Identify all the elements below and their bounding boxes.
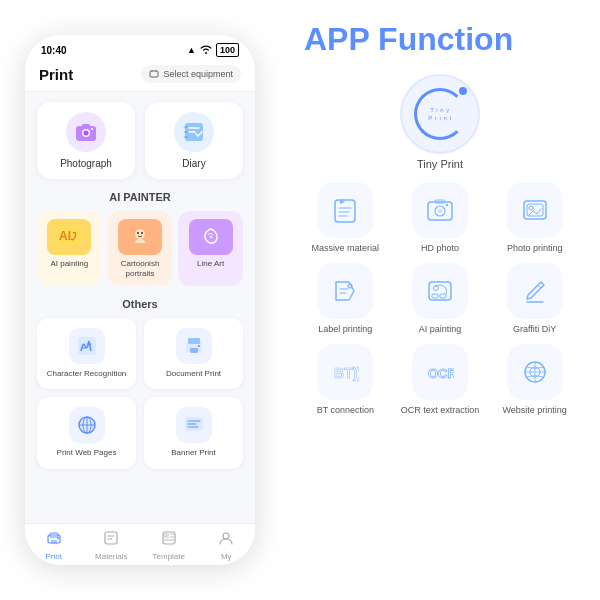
feature-hd-photo[interactable]: HD photo bbox=[399, 182, 482, 255]
char-recognition-label: Character Recognition bbox=[47, 369, 127, 379]
logo-dot bbox=[459, 87, 467, 95]
feature-label-printing[interactable]: Label printing bbox=[304, 263, 387, 336]
svg-point-33 bbox=[223, 533, 229, 539]
svg-point-42 bbox=[529, 206, 533, 210]
feature-bt-connection[interactable]: BT)) BT connection bbox=[304, 344, 387, 417]
diary-label: Diary bbox=[182, 158, 205, 169]
features-grid: Massive material HD photo bbox=[304, 182, 576, 416]
logo-container: T i n yP r i n t Tiny Print bbox=[304, 74, 576, 170]
ai-painter-title: AI PAINTER bbox=[37, 191, 243, 203]
quick-action-diary[interactable]: Diary bbox=[145, 102, 243, 179]
svg-rect-4 bbox=[82, 124, 90, 127]
nav-my-icon bbox=[218, 530, 234, 550]
svg-point-26 bbox=[57, 537, 59, 539]
feature-photo-printing[interactable]: Photo printing bbox=[493, 182, 576, 255]
print-web-icon bbox=[69, 407, 105, 443]
nav-my[interactable]: My bbox=[198, 530, 256, 561]
quick-actions: Photograph Diary bbox=[37, 102, 243, 179]
nav-materials-icon bbox=[103, 530, 119, 550]
other-char-recognition[interactable]: Character Recognition bbox=[37, 318, 136, 389]
svg-rect-18 bbox=[190, 348, 198, 353]
nav-print-icon bbox=[46, 530, 62, 550]
tiny-print-circle: T i n yP r i n t bbox=[414, 88, 466, 140]
photograph-icon bbox=[66, 112, 106, 152]
ai-painting-feat-label: AI painting bbox=[419, 324, 462, 336]
feature-ai-painting[interactable]: AI painting bbox=[399, 263, 482, 336]
photo-printing-label: Photo printing bbox=[507, 243, 563, 255]
svg-rect-0 bbox=[150, 71, 158, 77]
tiny-print-logo: T i n yP r i n t bbox=[400, 74, 480, 154]
diary-icon bbox=[174, 112, 214, 152]
svg-point-14 bbox=[209, 236, 212, 239]
svg-point-11 bbox=[137, 232, 139, 234]
char-recognition-icon bbox=[69, 328, 105, 364]
ai-card-cartoonish[interactable]: Cartoonish portraits bbox=[108, 211, 173, 286]
massive-material-icon-box bbox=[317, 182, 373, 238]
ai-card-painting[interactable]: AI AI painting bbox=[37, 211, 102, 286]
feature-graffiti-diy[interactable]: Graffiti DiY bbox=[493, 263, 576, 336]
ocr-icon-box: OCR bbox=[412, 344, 468, 400]
phone-header: Print Select equipment bbox=[25, 61, 255, 92]
feature-massive-material[interactable]: Massive material bbox=[304, 182, 387, 255]
nav-template-label: Template bbox=[153, 552, 185, 561]
select-equipment-button[interactable]: Select equipment bbox=[141, 65, 241, 83]
website-printing-icon-box bbox=[507, 344, 563, 400]
nav-template[interactable]: Template bbox=[140, 530, 198, 561]
nav-template-icon bbox=[161, 530, 177, 550]
status-icons: ▲ 100 bbox=[187, 43, 239, 57]
logo-text: T i n yP r i n t bbox=[428, 106, 451, 123]
hd-photo-label: HD photo bbox=[421, 243, 459, 255]
graffiti-diy-label: Graffiti DiY bbox=[513, 324, 556, 336]
svg-point-39 bbox=[446, 204, 448, 206]
banner-print-icon bbox=[176, 407, 212, 443]
nav-my-label: My bbox=[221, 552, 232, 561]
svg-rect-29 bbox=[164, 533, 169, 538]
svg-rect-30 bbox=[170, 533, 174, 535]
phone-section: 10:40 ▲ 100 Print bbox=[0, 0, 280, 600]
nav-print-label: Print bbox=[46, 552, 62, 561]
other-banner-print[interactable]: Banner Print bbox=[144, 397, 243, 468]
nav-print[interactable]: Print bbox=[25, 530, 83, 561]
massive-material-label: Massive material bbox=[312, 243, 380, 255]
other-doc-print[interactable]: Document Print bbox=[144, 318, 243, 389]
other-print-web[interactable]: Print Web Pages bbox=[37, 397, 136, 468]
feature-website-printing[interactable]: Website printing bbox=[493, 344, 576, 417]
ai-painting-icon: AI bbox=[47, 219, 91, 255]
svg-rect-17 bbox=[188, 338, 200, 344]
ai-painting-icon-box bbox=[412, 263, 468, 319]
svg-text:BT)): BT)) bbox=[334, 365, 359, 381]
logo-label: Tiny Print bbox=[304, 158, 576, 170]
svg-rect-32 bbox=[164, 539, 174, 541]
svg-point-12 bbox=[141, 232, 143, 234]
svg-point-37 bbox=[438, 209, 442, 213]
app-function-title: APP Function bbox=[304, 20, 576, 58]
bt-connection-icon-box: BT)) bbox=[317, 344, 373, 400]
line-art-icon bbox=[189, 219, 233, 255]
phone-nav: Print Materials bbox=[25, 523, 255, 565]
phone-content: Photograph Diary AI PAINTER bbox=[25, 92, 255, 523]
ocr-label: OCR text extraction bbox=[401, 405, 480, 417]
svg-point-3 bbox=[84, 131, 89, 136]
quick-action-photograph[interactable]: Photograph bbox=[37, 102, 135, 179]
svg-rect-31 bbox=[170, 536, 174, 538]
cartoonish-label: Cartoonish portraits bbox=[112, 259, 169, 280]
nav-materials[interactable]: Materials bbox=[83, 530, 141, 561]
signal-icon: ▲ bbox=[187, 45, 196, 55]
battery-icon: 100 bbox=[216, 43, 239, 57]
cartoonish-icon bbox=[118, 219, 162, 255]
doc-print-icon bbox=[176, 328, 212, 364]
status-bar: 10:40 ▲ 100 bbox=[25, 35, 255, 61]
nav-materials-label: Materials bbox=[95, 552, 127, 561]
others-grid: Character Recognition Document Print bbox=[37, 318, 243, 469]
svg-text:AI: AI bbox=[59, 229, 71, 243]
select-equipment-label: Select equipment bbox=[163, 69, 233, 79]
label-printing-icon-box bbox=[317, 263, 373, 319]
photograph-label: Photograph bbox=[60, 158, 112, 169]
photo-printing-icon-box bbox=[507, 182, 563, 238]
svg-point-10 bbox=[135, 229, 145, 239]
feature-ocr[interactable]: OCR OCR text extraction bbox=[399, 344, 482, 417]
svg-rect-34 bbox=[335, 200, 355, 222]
ai-card-line-art[interactable]: Line Art bbox=[178, 211, 243, 286]
status-time: 10:40 bbox=[41, 45, 67, 56]
svg-text:OCR: OCR bbox=[428, 366, 454, 381]
